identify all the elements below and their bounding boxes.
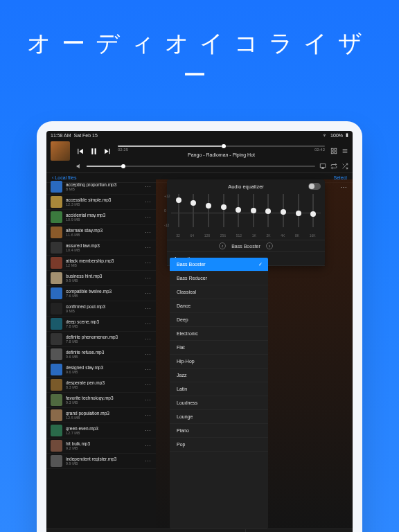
more-icon[interactable]: ⋯	[143, 245, 153, 251]
list-item[interactable]: accidental may.mp310.9 MB⋯	[46, 210, 156, 225]
list-item[interactable]: confirmed pool.mp39 MB⋯	[46, 301, 156, 317]
volume-slider[interactable]	[87, 166, 315, 167]
track-art	[51, 394, 62, 406]
preset-item[interactable]: Loudness	[170, 396, 268, 410]
slider-knob[interactable]	[265, 209, 271, 214]
list-item[interactable]: attack membership.mp312 MB⋯	[46, 256, 156, 271]
more-icon[interactable]: ⋯	[143, 229, 153, 236]
list-item[interactable]: accepting proportion.mp38 MB⋯	[46, 179, 156, 195]
track-name: designed stay.mp3	[66, 365, 139, 370]
more-icon[interactable]: ⋯	[143, 351, 153, 358]
eq-slider[interactable]	[223, 194, 224, 227]
preset-item[interactable]: Bass Booster	[170, 258, 268, 272]
list-item[interactable]: definite refuse.mp39.6 MB⋯	[46, 347, 156, 362]
preset-item[interactable]: Electronic	[170, 327, 268, 341]
list-item[interactable]: compatible twelve.mp37.6 MB⋯	[46, 286, 156, 301]
album-art[interactable]	[51, 141, 70, 161]
more-icon[interactable]: ⋯	[143, 290, 153, 297]
slider-knob[interactable]	[190, 200, 196, 206]
slider-knob[interactable]	[310, 211, 316, 217]
preset-item[interactable]: Bass Reducer	[170, 272, 268, 285]
list-item[interactable]: alternate stay.mp311.6 MB⋯	[46, 225, 156, 240]
preset-item[interactable]: Dance	[170, 299, 268, 313]
preset-list[interactable]: Bass BoosterBass ReducerClassicalDanceDe…	[170, 258, 268, 529]
list-item[interactable]: independent register.mp39.9 MB⋯	[46, 454, 156, 469]
eq-slider[interactable]	[178, 194, 179, 227]
track-list[interactable]: accepting proportion.mp38 MB⋯accessible …	[46, 179, 156, 529]
bottom-audio-player[interactable]: Audio player	[245, 529, 353, 532]
eq-slider[interactable]	[253, 194, 254, 227]
slider-knob[interactable]	[281, 209, 286, 215]
more-icon[interactable]: ⋯	[143, 443, 153, 450]
preset-item[interactable]: Pop	[170, 438, 268, 452]
view-icon[interactable]	[330, 148, 337, 154]
more-icon[interactable]: ⋯	[143, 260, 153, 267]
list-item[interactable]: designed stay.mp39.6 MB⋯	[46, 362, 156, 378]
preset-item[interactable]: Classical	[170, 285, 268, 299]
progress-slider[interactable]	[118, 145, 325, 147]
more-icon[interactable]: ⋯	[143, 321, 153, 328]
list-item[interactable]: assured law.mp310.4 MB⋯	[46, 240, 156, 256]
freq-label: 32	[176, 233, 180, 238]
eq-toggle[interactable]	[308, 183, 321, 190]
preset-item[interactable]: Deep	[170, 313, 268, 327]
main-panel: ⋯ Audio equalizer +120-12 32641282565121…	[156, 179, 353, 529]
preset-item[interactable]: Lounge	[170, 410, 268, 424]
preset-next[interactable]: ›	[266, 242, 273, 249]
preset-item[interactable]: Piano	[170, 424, 268, 438]
list-item[interactable]: grand population.mp312.5 MB⋯	[46, 408, 156, 423]
slider-knob[interactable]	[206, 203, 211, 209]
list-item[interactable]: business hint.mp39.9 MB⋯	[46, 271, 156, 286]
list-item[interactable]: favorite technology.mp39.3 MB⋯	[46, 393, 156, 408]
more-icon[interactable]: ⋯	[143, 412, 153, 419]
eq-slider[interactable]	[312, 194, 314, 227]
slider-knob[interactable]	[296, 211, 301, 216]
pause-icon[interactable]	[89, 147, 98, 156]
next-track-icon[interactable]	[103, 147, 112, 156]
more-icon[interactable]: ⋯	[143, 275, 153, 282]
slider-knob[interactable]	[221, 204, 227, 210]
track-name: assured law.mp3	[66, 243, 139, 248]
eq-slider[interactable]	[208, 194, 209, 227]
list-item[interactable]: definite phenomenon.mp37.8 MB⋯	[46, 332, 156, 347]
prev-track-icon[interactable]	[76, 147, 85, 156]
list-icon[interactable]	[342, 148, 348, 154]
more-icon[interactable]: ⋯	[143, 336, 153, 343]
list-item[interactable]: green even.mp312.7 MB⋯	[46, 423, 156, 438]
more-icon[interactable]: ⋯	[143, 458, 153, 465]
list-item[interactable]: accessible simple.mp312.3 MB⋯	[46, 195, 156, 210]
preset-item[interactable]: Flat	[170, 341, 268, 355]
more-icon[interactable]: ⋯	[143, 397, 153, 404]
more-icon[interactable]: ⋯	[143, 427, 153, 434]
more-icon[interactable]: ⋯	[340, 184, 347, 191]
track-size: 7.6 MB	[66, 294, 139, 298]
repeat-icon[interactable]	[330, 163, 337, 170]
preset-item[interactable]: Jazz	[170, 369, 268, 382]
eq-slider[interactable]	[267, 194, 269, 227]
more-icon[interactable]: ⋯	[143, 214, 153, 221]
slider-knob[interactable]	[251, 208, 256, 213]
bottom-tab-music[interactable]: Music	[113, 529, 179, 532]
more-icon[interactable]: ⋯	[143, 305, 153, 312]
more-icon[interactable]: ⋯	[143, 184, 153, 190]
more-icon[interactable]: ⋯	[143, 382, 153, 389]
eq-slider[interactable]	[298, 194, 299, 227]
list-item[interactable]: desperate pen.mp38.3 MB⋯	[46, 378, 156, 393]
more-icon[interactable]: ⋯	[143, 199, 153, 206]
airplay-icon[interactable]	[319, 163, 326, 170]
eq-slider[interactable]	[193, 194, 194, 227]
eq-slider[interactable]	[238, 194, 239, 227]
preset-prev[interactable]: ‹	[219, 242, 226, 249]
bottom-tab-playlists[interactable]: Playlists	[46, 529, 113, 532]
list-item[interactable]: deep scene.mp37.8 MB⋯	[46, 317, 156, 332]
shuffle-icon[interactable]	[342, 163, 348, 170]
eq-slider[interactable]	[283, 194, 284, 227]
freq-label: 4K	[281, 233, 285, 238]
list-item[interactable]: hit bulk.mp39.2 MB⋯	[46, 438, 156, 454]
preset-item[interactable]: Latin	[170, 382, 268, 396]
slider-knob[interactable]	[176, 197, 181, 203]
bottom-tab-connect[interactable]: Connect	[179, 529, 246, 532]
preset-item[interactable]: Hip-Hop	[170, 355, 268, 369]
slider-knob[interactable]	[236, 207, 241, 213]
more-icon[interactable]: ⋯	[143, 366, 153, 373]
